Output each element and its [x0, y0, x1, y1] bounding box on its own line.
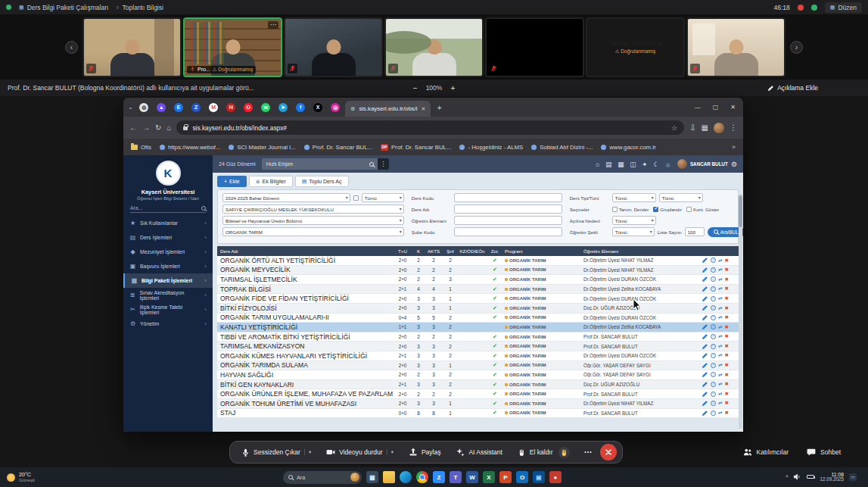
gallery-next-button[interactable]: › [790, 41, 803, 54]
delete-icon[interactable]: ✖ [725, 373, 729, 378]
info-icon[interactable]: i [711, 258, 716, 263]
extensions-icon[interactable]: ▦ [702, 123, 708, 132]
edit-icon[interactable] [702, 314, 708, 321]
edit-icon[interactable] [702, 371, 708, 378]
filter-checkbox[interactable]: Gruplandır [653, 207, 682, 212]
window-close-button[interactable]: ✕ [730, 104, 736, 111]
info-icon[interactable]: i [711, 382, 716, 387]
bookmark-item[interactable]: - Hoşgeldiniz - ALMS [459, 144, 523, 151]
obs-nav-icon[interactable]: ◫ [630, 161, 636, 168]
record-icon[interactable] [798, 5, 804, 11]
delete-icon[interactable]: ✖ [725, 344, 729, 349]
weather-widget[interactable]: 20°C Güneşli [0, 472, 35, 482]
leave-button[interactable] [600, 444, 617, 460]
browser-profile-avatar[interactable] [714, 123, 724, 133]
new-tab-button[interactable]: + [437, 103, 441, 112]
notification-icon[interactable]: ▭ [849, 473, 857, 481]
edit-icon[interactable] [702, 410, 708, 417]
ogretim-sekli-select[interactable]: Tümü [612, 227, 655, 236]
address-bar[interactable]: sis.kayseri.edu.tr/obs/index.aspx# ☆ [176, 120, 684, 135]
stop-video-button[interactable]: Videoyu durdur ▾ [320, 445, 400, 459]
assign-icon[interactable]: ⇄ [718, 334, 722, 339]
edit-icon[interactable] [702, 267, 708, 273]
sidebar-menu-item[interactable]: ≣ Sınav Akreditasyon İşlemleri › [123, 288, 213, 302]
course-row[interactable]: KANATLI YETİŞTİRİCİLİĞİ 1+1 3 3 2 ORGANİ… [217, 323, 739, 332]
delete-icon[interactable]: ✖ [725, 306, 729, 311]
tray-expand-icon[interactable]: ^ [786, 474, 788, 479]
browser-menu-icon[interactable]: ⋮ [730, 123, 737, 132]
participant-tile[interactable] [284, 17, 383, 77]
program-select[interactable]: ORGANİK TARIM [222, 227, 404, 236]
edit-icon[interactable] [702, 304, 708, 311]
info-icon[interactable]: i [711, 305, 716, 311]
browser-tab[interactable]: E [171, 100, 187, 114]
sidebar-menu-item[interactable]: ◆ Mezuniyet İşlemleri › [123, 245, 213, 259]
assign-icon[interactable]: ⇄ [718, 267, 722, 273]
delete-icon[interactable]: ✖ [725, 296, 729, 301]
page-scrollbar[interactable] [739, 194, 742, 429]
chevron-up-icon[interactable]: ▾ [304, 449, 311, 455]
favorite-star-icon[interactable]: ☆ [671, 124, 677, 132]
course-row[interactable]: ORGANİK ÜRÜNLER İŞLEME, MUHAFAZA VE PAZA… [217, 389, 739, 399]
bookmark-item[interactable]: SCI Master Journal I... [229, 144, 296, 151]
info-icon[interactable]: i [711, 286, 716, 292]
tab-close-icon[interactable]: ✕ [422, 106, 426, 112]
forward-button[interactable]: → [142, 123, 150, 132]
content-tab[interactable]: + Ekle [217, 176, 247, 187]
sidebar-menu-item[interactable]: ⚙ Yönetim › [123, 317, 213, 331]
browser-tab[interactable]: f [293, 100, 309, 114]
participants-button[interactable]: Katılımcılar [743, 448, 789, 457]
browser-tab[interactable]: M [206, 100, 222, 114]
browser-tab[interactable]: Z [188, 100, 204, 114]
assign-icon[interactable]: ⇄ [718, 344, 722, 349]
obs-nav-icon[interactable]: ▦ [618, 161, 624, 168]
quick-menu-button[interactable]: ⋮ [378, 158, 389, 170]
browser-tab[interactable]: ◍ [136, 100, 152, 114]
ai-assistant-button[interactable]: AI Assistant [450, 445, 508, 459]
participant-tile[interactable]: Sultan KARAGÖZ⚠ Doğrulanmamış [586, 17, 685, 77]
downloads-icon[interactable]: ⇩ [689, 123, 695, 132]
course-row[interactable]: TOPRAK BİLGİSİ 2+1 4 4 1 ✔ ORGANİK TARIM… [217, 285, 739, 295]
edit-icon[interactable] [702, 343, 708, 350]
filter-checkbox[interactable]: Kont. Göster [686, 207, 719, 212]
assign-icon[interactable]: ⇄ [718, 315, 722, 320]
tab-search-icon[interactable]: ⌄ [128, 104, 133, 111]
assign-icon[interactable]: ⇄ [718, 373, 722, 378]
store-icon[interactable]: ▣ [533, 471, 545, 483]
assign-icon[interactable]: ⇄ [718, 392, 722, 397]
edit-icon[interactable] [702, 391, 708, 398]
ders-turu-select[interactable]: Tümü [659, 193, 703, 202]
assign-icon[interactable]: ⇄ [718, 353, 722, 358]
meeting-title-tab[interactable]: ▦ Ders Bilgi Paketi Çalışmaları [19, 4, 108, 11]
edit-icon[interactable] [702, 286, 708, 292]
term-select[interactable]: 2024-2025 Bahar Dönemi [222, 193, 350, 202]
course-row[interactable]: ORGANİK ÖRTÜ ALTI YETİŞTİRİCİLİĞİ 2+0 2 … [217, 256, 739, 266]
course-row[interactable]: ORGANİK TARIMDA SULAMA 2+0 3 3 1 ✔ ORGAN… [217, 361, 739, 371]
assign-icon[interactable]: ⇄ [718, 382, 722, 387]
active-tab[interactable]: ⊕ sis.kayseri.edu.tr/obs/i ✕ [345, 101, 431, 117]
chrome-icon[interactable] [416, 471, 428, 483]
info-icon[interactable]: i [711, 411, 716, 416]
tile-menu-button[interactable]: ⋯ [268, 21, 278, 29]
bookmark-item[interactable]: Ofis [131, 144, 151, 151]
info-icon[interactable]: i [711, 296, 716, 301]
edit-icon[interactable] [702, 276, 708, 283]
participant-tile[interactable] [384, 17, 484, 77]
delete-icon[interactable]: ✖ [725, 382, 729, 387]
info-icon[interactable]: i [711, 267, 716, 273]
browser-tab[interactable]: H [223, 100, 239, 114]
raise-hand-button[interactable]: El kaldır [512, 445, 576, 460]
obs-nav-icon[interactable]: ✦ [642, 161, 647, 168]
edit-icon[interactable] [702, 257, 708, 264]
info-icon[interactable]: i [711, 324, 716, 329]
obs-nav-icon[interactable]: ☾ [653, 161, 659, 168]
browser-tab[interactable]: w [258, 100, 274, 114]
assign-icon[interactable]: ⇄ [718, 325, 722, 330]
info-icon[interactable]: i [711, 276, 716, 282]
excel-icon[interactable]: X [483, 471, 495, 483]
course-row[interactable]: ORGANİK TOHUM ÜRETİMİ VE MUHAFAZASI 2+0 … [217, 399, 739, 409]
delete-icon[interactable]: ✖ [725, 363, 729, 368]
bookmark-item[interactable]: www.gacor.com.tr [601, 144, 656, 151]
content-tab[interactable]: ▤ Toplu Ders Aç [295, 176, 349, 187]
delete-icon[interactable]: ✖ [725, 392, 729, 397]
